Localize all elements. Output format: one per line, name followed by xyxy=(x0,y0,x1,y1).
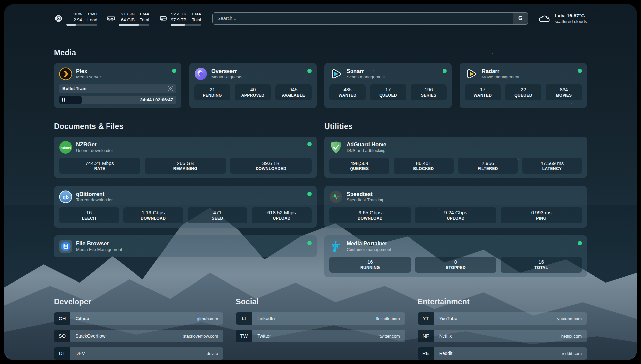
speedtest-icon xyxy=(329,190,343,203)
search-bar: G xyxy=(212,12,528,25)
stat-tile: 16RUNNING xyxy=(329,257,411,273)
bookmark-name: DEV xyxy=(76,351,85,356)
system-stats: 31%2.94 CPULoad xyxy=(54,11,201,26)
bookmark-name: Netflix xyxy=(439,333,452,339)
now-playing-title: Bullet Train xyxy=(62,86,87,91)
status-online-dot xyxy=(307,142,312,146)
sonarr-icon xyxy=(329,67,343,80)
app-subtitle: Series management xyxy=(347,75,439,80)
session-display-icon xyxy=(168,86,173,91)
top-bar: 31%2.94 CPULoad xyxy=(54,11,587,26)
card-overseerr[interactable]: Overseerr Media Requests 21PENDING 40APP… xyxy=(189,63,317,108)
card-speedtest[interactable]: Speedtest Speedtest Tracking 9.65 GbpsDO… xyxy=(324,186,587,228)
app-subtitle: Media File Management xyxy=(76,247,303,253)
stat-tile: 1.19 GbpsDOWNLOAD xyxy=(123,207,183,223)
cpu-percent: 31% xyxy=(66,11,82,17)
bookmark-abbr: NF xyxy=(418,330,434,342)
app-title: File Browser xyxy=(76,240,303,247)
bookmark-name: Twitter xyxy=(257,333,271,339)
bookmark-abbr: YT xyxy=(418,312,434,325)
bookmark-netflix[interactable]: NF Netflixnetflix.com xyxy=(418,330,587,342)
ram-free-label: Free xyxy=(140,11,149,17)
app-title: Media Portainer xyxy=(347,240,574,247)
app-title: Sonarr xyxy=(347,68,439,75)
app-title: Plex xyxy=(76,68,168,75)
section-title-developer: Developer xyxy=(54,297,223,306)
overseerr-icon xyxy=(194,67,207,80)
ram-icon xyxy=(107,14,116,23)
stat-tile: 498,564QUERIES xyxy=(329,158,389,174)
cpu-progress-bar xyxy=(66,24,97,26)
disk-total-label: Total xyxy=(192,17,201,23)
bookmark-name: Reddit xyxy=(439,351,452,356)
status-online-dot xyxy=(578,69,582,73)
bookmark-reddit[interactable]: RE Redditreddit.com xyxy=(418,347,587,360)
cpu-label: CPU xyxy=(87,11,97,17)
app-subtitle: DNS and adblocking xyxy=(347,148,582,154)
playback-progress: 24:44 / 02:06:47 xyxy=(59,96,176,104)
ram-free-value: 21 GiB xyxy=(119,11,135,17)
card-qbittorrent[interactable]: qb qBittorrent Torrent downloader 16LEEC… xyxy=(54,186,317,228)
status-online-dot xyxy=(172,69,176,73)
stat-tile: 485WANTED xyxy=(329,84,366,100)
card-nzbget[interactable]: nzbget NZBGet Usenet downloader 744.21 M… xyxy=(54,136,317,178)
portainer-icon xyxy=(329,240,343,253)
bookmark-youtube[interactable]: YT YouTubeyoutube.com xyxy=(418,312,587,325)
ram-total-label: Total xyxy=(140,17,149,23)
app-subtitle: Usenet downloader xyxy=(76,148,303,154)
bookmark-abbr: GH xyxy=(54,312,70,325)
stat-tile: 40APPROVED xyxy=(235,84,271,100)
stat-tile: 22QUEUED xyxy=(505,84,541,100)
bookmark-twitter[interactable]: TW Twittertwitter.com xyxy=(236,330,405,342)
status-online-dot xyxy=(307,241,312,245)
bookmark-name: StackOverflow xyxy=(76,333,105,339)
section-title-entertainment: Entertainment xyxy=(418,297,587,306)
playback-time: 24:44 / 02:06:47 xyxy=(140,96,173,104)
bookmark-url: netflix.com xyxy=(561,334,582,339)
card-portainer[interactable]: Media Portainer Container management 16R… xyxy=(324,235,587,277)
card-adguard[interactable]: AdGuard Home DNS and adblocking 498,564Q… xyxy=(324,136,587,178)
bookmark-dev[interactable]: DT DEVdev.to xyxy=(54,347,223,360)
card-sonarr[interactable]: Sonarr Series management 485WANTED 17QUE… xyxy=(324,63,452,108)
section-title-utilities: Utilities xyxy=(324,122,587,131)
bookmark-name: Github xyxy=(76,316,89,321)
app-subtitle: Movie management xyxy=(482,75,574,80)
search-input[interactable] xyxy=(213,13,513,24)
memory-stat: 21 GiB64 GiB FreeTotal xyxy=(107,11,149,26)
svg-text:nzbget: nzbget xyxy=(61,146,71,149)
bookmark-url: twitter.com xyxy=(380,334,400,339)
bookmark-github[interactable]: GH Githubgithub.com xyxy=(54,312,223,325)
svg-text:qb: qb xyxy=(63,194,69,200)
pause-icon[interactable] xyxy=(62,98,65,102)
bookmark-linkedin[interactable]: LI LinkedInlinkedin.com xyxy=(236,312,405,325)
status-online-dot xyxy=(307,192,312,196)
disk-total-value: 97.9 TB xyxy=(171,17,187,23)
status-online-dot xyxy=(307,69,312,73)
card-filebrowser[interactable]: File Browser Media File Management xyxy=(54,235,317,257)
card-plex[interactable]: Plex Media server Bullet Train 24:44 / xyxy=(54,63,181,108)
app-title: Speedtest xyxy=(347,191,582,197)
app-subtitle: Media Requests xyxy=(211,75,303,80)
bookmark-url: dev.to xyxy=(207,351,218,356)
stat-tile: 834MOVIES xyxy=(546,84,582,100)
search-provider-button[interactable]: G xyxy=(513,13,528,24)
ram-total-value: 64 GiB xyxy=(119,17,135,23)
card-radarr[interactable]: Radarr Movie management 17WANTED 22QUEUE… xyxy=(460,63,587,108)
weather-widget: Lviv, 16.87°C scattered clouds xyxy=(538,13,587,25)
header-divider xyxy=(54,31,587,31)
disk-stat: 52.4 TB97.9 TB FreeTotal xyxy=(159,11,201,26)
status-online-dot xyxy=(578,241,582,245)
stat-tile: 17WANTED xyxy=(465,84,501,100)
stat-tile: 47.569 msLATENCY xyxy=(522,158,582,174)
now-playing-row: Bullet Train xyxy=(59,84,176,93)
plex-icon xyxy=(59,67,72,80)
stat-tile: 945AVAILABLE xyxy=(275,84,312,100)
stat-tile: 196SERIES xyxy=(411,84,447,100)
nzbget-icon: nzbget xyxy=(59,141,72,154)
disk-progress-bar xyxy=(171,24,201,26)
bookmark-stackoverflow[interactable]: SO StackOverflowstackoverflow.com xyxy=(54,330,223,342)
stat-tile: 9.24 GbpsUPLOAD xyxy=(415,207,497,223)
cpu-load-value: 2.94 xyxy=(66,17,82,23)
stat-tile: 2,956FILTERED xyxy=(458,158,518,174)
weather-location-temp: Lviv, 16.87°C xyxy=(555,13,587,19)
